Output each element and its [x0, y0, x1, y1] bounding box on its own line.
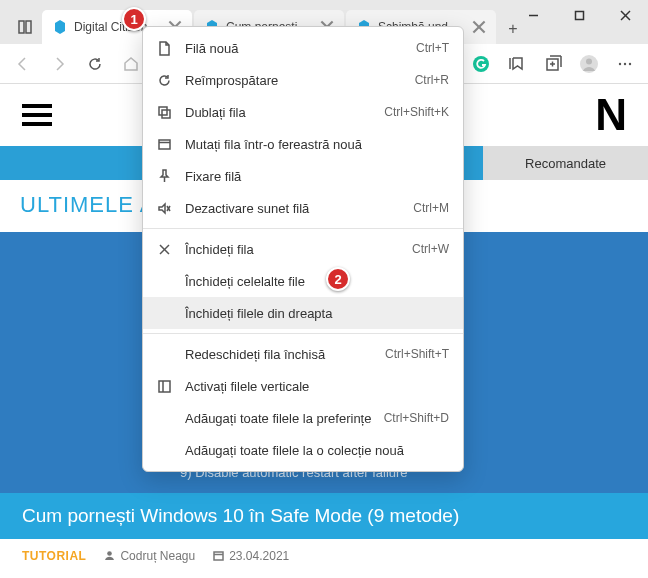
- mute-icon: [155, 199, 173, 217]
- annotation-badge-2: 2: [326, 267, 350, 291]
- duplicate-icon: [155, 103, 173, 121]
- refresh-icon: [155, 71, 173, 89]
- menu-item[interactable]: Adăugați toate filele la o colecție nouă: [143, 434, 463, 466]
- svg-rect-25: [214, 552, 223, 560]
- author[interactable]: Codruț Neagu: [104, 549, 195, 563]
- menu-item-label: Mutați fila într-o fereastră nouă: [185, 137, 437, 152]
- category-label[interactable]: TUTORIAL: [22, 549, 86, 563]
- menu-item[interactable]: Dezactivare sunet filăCtrl+M: [143, 192, 463, 224]
- tab-actions-button[interactable]: [8, 10, 42, 44]
- annotation-badge-1: 1: [122, 7, 146, 31]
- svg-point-24: [108, 551, 113, 556]
- window-close[interactable]: [602, 0, 648, 30]
- article-meta: TUTORIAL Codruț Neagu 23.04.2021: [0, 539, 648, 573]
- article-excerpt: Dacă ai folosit Windows 10 pentru un tim…: [0, 573, 648, 578]
- file-icon: [155, 39, 173, 57]
- digital-citizen-favicon: [52, 19, 68, 35]
- blank-icon: [155, 304, 173, 322]
- menu-item-label: Închideți fila: [185, 242, 400, 257]
- svg-point-22: [624, 62, 626, 64]
- window-icon: [155, 135, 173, 153]
- svg-rect-29: [159, 140, 170, 149]
- article-title[interactable]: Cum pornești Windows 10 în Safe Mode (9 …: [0, 493, 648, 539]
- publish-date: 23.04.2021: [213, 549, 289, 563]
- menu-separator: [143, 228, 463, 229]
- menu-item-shortcut: Ctrl+R: [415, 73, 449, 87]
- menu-item[interactable]: Redeschideți fila închisăCtrl+Shift+T: [143, 338, 463, 370]
- tab-context-menu: Filă nouăCtrl+TReîmprospătareCtrl+RDubla…: [142, 26, 464, 472]
- menu-item-label: Închideți celelalte file: [185, 274, 437, 289]
- menu-item[interactable]: Închideți filaCtrl+W: [143, 233, 463, 265]
- close-icon[interactable]: [472, 20, 486, 34]
- menu-item[interactable]: Închideți filele din dreapta: [143, 297, 463, 329]
- vertical-tabs-icon: [155, 377, 173, 395]
- svg-rect-28: [162, 110, 170, 118]
- menu-item-shortcut: Ctrl+Shift+D: [384, 411, 449, 425]
- svg-point-20: [586, 58, 592, 64]
- menu-item-label: Redeschideți fila închisă: [185, 347, 373, 362]
- menu-item-label: Filă nouă: [185, 41, 404, 56]
- menu-item[interactable]: Fixare filă: [143, 160, 463, 192]
- back-button[interactable]: [6, 47, 40, 81]
- menu-item-label: Fixare filă: [185, 169, 437, 184]
- collections-button[interactable]: [536, 47, 570, 81]
- svg-rect-35: [159, 381, 170, 392]
- menu-item-shortcut: Ctrl+M: [413, 201, 449, 215]
- hamburger-icon[interactable]: [22, 104, 52, 126]
- person-icon: [104, 550, 115, 561]
- pin-icon: [155, 167, 173, 185]
- menu-button[interactable]: [608, 47, 642, 81]
- site-logo[interactable]: N: [595, 90, 626, 140]
- menu-item-label: Dezactivare sunet filă: [185, 201, 401, 216]
- window-minimize[interactable]: [510, 0, 556, 30]
- blank-icon: [155, 409, 173, 427]
- refresh-button[interactable]: [78, 47, 112, 81]
- grammarly-extension-icon[interactable]: [464, 47, 498, 81]
- window-maximize[interactable]: [556, 0, 602, 30]
- blank-icon: [155, 345, 173, 363]
- menu-item[interactable]: Activați filele verticale: [143, 370, 463, 402]
- menu-item-shortcut: Ctrl+T: [416, 41, 449, 55]
- menu-item[interactable]: Mutați fila într-o fereastră nouă: [143, 128, 463, 160]
- svg-point-21: [619, 62, 621, 64]
- menu-item-label: Reîmprospătare: [185, 73, 403, 88]
- menu-item[interactable]: ReîmprospătareCtrl+R: [143, 64, 463, 96]
- svg-rect-27: [159, 107, 167, 115]
- menu-item-label: Adăugați toate filele la o colecție nouă: [185, 443, 437, 458]
- menu-item-label: Activați filele verticale: [185, 379, 437, 394]
- menu-item[interactable]: Închideți celelalte file: [143, 265, 463, 297]
- svg-point-12: [473, 56, 489, 72]
- profile-button[interactable]: [572, 47, 606, 81]
- recommended-tab[interactable]: Recomandate: [483, 146, 648, 180]
- blank-icon: [155, 441, 173, 459]
- svg-rect-1: [575, 11, 583, 19]
- menu-item-label: Dublați fila: [185, 105, 372, 120]
- menu-item-label: Adăugați toate filele la preferințe: [185, 411, 372, 426]
- menu-item[interactable]: Filă nouăCtrl+T: [143, 32, 463, 64]
- svg-rect-4: [19, 21, 24, 33]
- close-icon: [155, 240, 173, 258]
- calendar-icon: [213, 550, 224, 561]
- svg-rect-5: [26, 21, 31, 33]
- menu-item-shortcut: Ctrl+W: [412, 242, 449, 256]
- favorites-bar-button[interactable]: [500, 47, 534, 81]
- menu-item-shortcut: Ctrl+Shift+T: [385, 347, 449, 361]
- menu-separator: [143, 333, 463, 334]
- menu-item-shortcut: Ctrl+Shift+K: [384, 105, 449, 119]
- menu-item[interactable]: Adăugați toate filele la preferințeCtrl+…: [143, 402, 463, 434]
- forward-button[interactable]: [42, 47, 76, 81]
- svg-point-23: [629, 62, 631, 64]
- menu-item-label: Închideți filele din dreapta: [185, 306, 437, 321]
- blank-icon: [155, 272, 173, 290]
- menu-item[interactable]: Dublați filaCtrl+Shift+K: [143, 96, 463, 128]
